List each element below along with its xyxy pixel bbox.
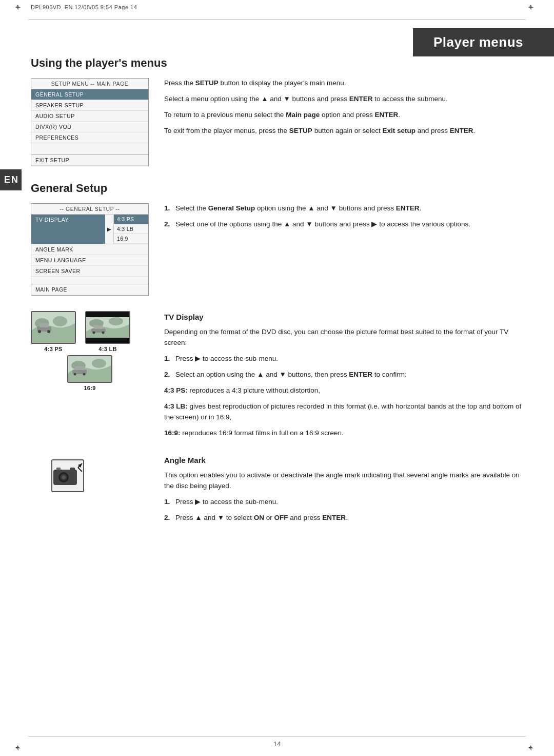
gs-item-tv-display: TV DISPLAY: [31, 215, 105, 244]
corner-cross-br: +: [528, 743, 539, 753]
svg-rect-4: [39, 323, 49, 327]
tv-169-wrap: 16:9: [31, 355, 149, 391]
menu-item-audio-setup: AUDIO SETUP: [31, 111, 148, 122]
svg-point-2: [53, 316, 67, 326]
angle-mark-icon-col: [31, 454, 149, 529]
general-setup-menu: -- GENERAL SETUP -- TV DISPLAY ▶ 4:3 PS …: [31, 203, 149, 296]
instruction-4: To exit from the player menus, press the…: [164, 126, 523, 137]
svg-point-27: [62, 475, 66, 479]
angle-step-1: 1. Press ▶ to access the sub-menu.: [164, 497, 523, 508]
gs-step-1: 1. Select the General Setup option using…: [164, 203, 523, 214]
instruction-3: To return to a previous menu select the …: [164, 110, 523, 121]
svg-rect-9: [86, 338, 129, 343]
gs-arrow-tv-display: ▶: [105, 215, 113, 244]
using-menus-layout: SETUP MENU -- MAIN PAGE GENERAL SETUP SP…: [31, 78, 523, 166]
title-bar: Player menus: [0, 28, 554, 56]
svg-line-31: [78, 468, 82, 472]
svg-rect-28: [70, 468, 75, 472]
general-setup-menu-box: -- GENERAL SETUP -- TV DISPLAY ▶ 4:3 PS …: [31, 203, 149, 296]
svg-rect-21: [75, 366, 84, 370]
tv-opt-43ps: 4:3 PS: reproduces a 4:3 picture without…: [164, 385, 523, 396]
tv-step-2: 2. Select an option using the ▲ and ▼ bu…: [164, 370, 523, 380]
gs-row-menu-language: MENU LANGUAGE: [31, 255, 148, 266]
tv-43ps-wrap: 4:3 PS: [31, 311, 76, 352]
bottom-border: [28, 736, 526, 736]
gs-step-2: 2. Select one of the options using the ▲…: [164, 219, 523, 230]
gs-row-angle-mark: ANGLE MARK: [31, 244, 148, 255]
gs-row-tv-display: TV DISPLAY ▶ 4:3 PS 4:3 LB 16:9: [31, 215, 148, 244]
setup-menu-title: SETUP MENU -- MAIN PAGE: [31, 79, 148, 89]
angle-mark-icon: [51, 459, 84, 492]
svg-point-23: [83, 373, 86, 376]
top-border: [28, 20, 526, 20]
angle-mark-layout: Angle Mark This option enables you to ac…: [31, 454, 523, 529]
tv-display-section: 4:3 PS: [31, 311, 523, 439]
tv-opt-43lb: 4:3 LB: gives best reproduction of pictu…: [164, 401, 523, 423]
page-number: 14: [273, 740, 281, 748]
corner-cross-tr: +: [528, 3, 539, 13]
tv-43ps-label: 4:3 PS: [44, 346, 62, 352]
tv-169-label: 16:9: [84, 385, 95, 391]
tv-images-col: 4:3 PS: [31, 311, 149, 439]
gs-opt-169: 16:9: [114, 234, 148, 244]
svg-point-16: [102, 332, 105, 334]
gs-item-angle-mark: ANGLE MARK: [31, 244, 148, 255]
tv-display-intro: Depending on the format of the DVD disc,…: [164, 327, 523, 348]
general-setup-heading: General Setup: [31, 182, 523, 195]
setup-menu-box: SETUP MENU -- MAIN PAGE GENERAL SETUP SP…: [31, 78, 149, 166]
instruction-2: Select a menu option using the ▲ and ▼ b…: [164, 94, 523, 105]
gs-item-screen-saver: SCREEN SAVER: [31, 266, 148, 276]
tv-43lb-label: 4:3 LB: [98, 346, 116, 352]
gs-menu-title: -- GENERAL SETUP --: [31, 204, 148, 215]
doc-ref: DPL906VD_EN 12/08/05 9:54 Page 14: [31, 4, 137, 10]
angle-mark-steps: 1. Press ▶ to access the sub-menu. 2. Pr…: [164, 497, 523, 524]
svg-rect-14: [94, 325, 103, 329]
tv-opt-169: 16:9: reproduces 16:9 format films in fu…: [164, 428, 523, 439]
using-menus-heading: Using the player's menus: [31, 56, 523, 70]
gs-options-panel: 4:3 PS 4:3 LB 16:9: [113, 215, 148, 244]
svg-point-6: [47, 330, 50, 333]
tv-43lb-wrap: 4:3 LB: [85, 311, 130, 352]
svg-point-12: [109, 317, 123, 325]
general-setup-layout: -- GENERAL SETUP -- TV DISPLAY ▶ 4:3 PS …: [31, 203, 523, 296]
svg-point-15: [93, 332, 95, 334]
using-menus-instructions: Press the SETUP button to display the pl…: [164, 78, 523, 166]
angle-mark-section: Angle Mark This option enables you to ac…: [31, 454, 523, 529]
angle-step-2: 2. Press ▲ and ▼ to select ON or OFF and…: [164, 513, 523, 524]
gs-row-main-page: MAIN PAGE: [31, 284, 148, 295]
svg-point-22: [74, 373, 76, 376]
svg-point-19: [92, 359, 106, 368]
menu-item-divx-vod: DIVX(R) VOD: [31, 122, 148, 132]
setup-menu: SETUP MENU -- MAIN PAGE GENERAL SETUP SP…: [31, 78, 149, 166]
tv-43ps-image: [31, 311, 76, 344]
svg-point-5: [38, 330, 41, 333]
gs-item-main-page: MAIN PAGE: [31, 284, 148, 295]
gs-row-screen-saver: SCREEN SAVER: [31, 266, 148, 277]
menu-item-exit-setup: EXIT SETUP: [31, 154, 148, 166]
en-tab: EN: [0, 169, 22, 190]
tv-display-layout: 4:3 PS: [31, 311, 523, 439]
main-content: Using the player's menus SETUP MENU -- M…: [31, 56, 523, 544]
tv-display-heading: TV Display: [164, 311, 523, 323]
angle-mark-heading: Angle Mark: [164, 454, 523, 466]
tv-43lb-image: [85, 311, 130, 344]
tv-images-row-1: 4:3 PS: [31, 311, 149, 352]
tv-display-text: TV Display Depending on the format of th…: [164, 311, 523, 439]
gs-steps-list: 1. Select the General Setup option using…: [164, 203, 523, 230]
menu-item-general-setup: GENERAL SETUP: [31, 89, 148, 100]
gs-item-menu-language: MENU LANGUAGE: [31, 255, 148, 265]
angle-mark-intro: This option enables you to activate or d…: [164, 470, 523, 492]
tv-display-steps: 1. Press ▶ to access the sub-menu. 2. Se…: [164, 354, 523, 380]
corner-cross-bl: +: [15, 743, 26, 753]
tv-step-1: 1. Press ▶ to access the sub-menu.: [164, 354, 523, 364]
svg-rect-29: [56, 468, 61, 470]
general-setup-steps: 1. Select the General Setup option using…: [164, 203, 523, 296]
gs-opt-43lb: 4:3 LB: [114, 224, 148, 234]
menu-item-preferences: PREFERENCES: [31, 132, 148, 143]
menu-item-speaker-setup: SPEAKER SETUP: [31, 100, 148, 111]
tv-169-image: [67, 355, 112, 383]
gs-opt-43ps: 4:3 PS: [114, 215, 148, 224]
page-title: Player menus: [413, 28, 554, 56]
angle-mark-text: Angle Mark This option enables you to ac…: [164, 454, 523, 529]
instruction-1: Press the SETUP button to display the pl…: [164, 78, 523, 89]
